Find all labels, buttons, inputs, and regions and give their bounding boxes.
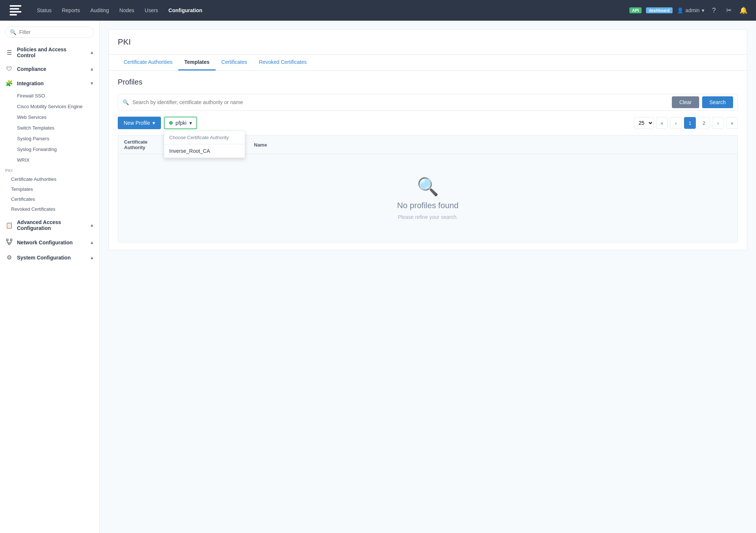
sidebar-item-cert-authorities[interactable]: Certificate Authorities (11, 174, 94, 184)
logo-icon (7, 4, 24, 17)
badge-dashboard[interactable]: dashboard (646, 7, 673, 13)
dropdown-header: Choose Certificate Authority (164, 131, 245, 144)
nav-configuration[interactable]: Configuration (164, 4, 207, 16)
integration-chevron-icon: ▼ (90, 81, 94, 86)
sidebar-item-system[interactable]: ⚙ System Configuration ▲ (0, 250, 99, 265)
pfpki-status-dot (169, 121, 173, 125)
sidebar-item-syslog-parsers[interactable]: Syslog Parsers (17, 133, 99, 144)
advanced-chevron-icon: ▲ (90, 223, 94, 228)
pagination-row: 25 « ‹ 1 2 › » (634, 117, 738, 129)
new-profile-dropdown-icon: ▾ (152, 120, 155, 126)
sidebar: 🔍 ☰ Policies and Access Control ▲ 🛡 Comp… (0, 21, 100, 533)
pagination-prev[interactable]: ‹ (670, 117, 682, 129)
nav-status[interactable]: Status (32, 4, 56, 16)
dropdown-item-inverse-root[interactable]: Inverse_Root_CA (164, 144, 245, 158)
sidebar-section-policies: ☰ Policies and Access Control ▲ (0, 43, 99, 62)
search-button[interactable]: Search (702, 96, 733, 108)
sidebar-pki-section: PKI Certificate Authorities Templates Ce… (0, 165, 99, 216)
logo-bar-2 (10, 8, 19, 10)
logo-bar-3 (10, 11, 21, 13)
integration-sub-items: Firewall SSO Cisco Mobility Services Eng… (0, 90, 99, 165)
policies-chevron-icon: ▲ (90, 50, 94, 55)
pagination-page1[interactable]: 1 (684, 117, 696, 129)
sidebar-label-advanced: Advanced Access Configuration (17, 219, 86, 231)
page-title: PKI (109, 30, 747, 55)
nav-reports[interactable]: Reports (58, 4, 85, 16)
sidebar-item-advanced[interactable]: 📋 Advanced Access Configuration ▲ (0, 216, 99, 235)
logo-bar-1 (10, 5, 21, 7)
nav-auditing[interactable]: Auditing (86, 4, 114, 16)
profiles-title: Profiles (118, 78, 738, 86)
sidebar-label-network: Network Configuration (17, 240, 86, 245)
tabs: Certificate Authorities Templates Certif… (109, 55, 747, 71)
col-name: Name (254, 142, 732, 148)
sidebar-item-templates[interactable]: Templates (11, 184, 94, 194)
settings-icon[interactable]: ✂ (724, 5, 734, 16)
main-content: PKI Certificate Authorities Templates Ce… (100, 21, 756, 533)
system-icon: ⚙ (5, 254, 13, 261)
top-nav: Status Reports Auditing Nodes Users Conf… (0, 0, 756, 21)
sidebar-section-integration: 🧩 Integration ▼ Firewall SSO Cisco Mobil… (0, 76, 99, 165)
sidebar-item-certificates[interactable]: Certificates (11, 194, 94, 204)
sidebar-filter: 🔍 (0, 27, 99, 43)
empty-search-icon: 🔍 (417, 176, 439, 197)
tab-templates[interactable]: Templates (178, 55, 215, 71)
empty-title: No profiles found (397, 201, 458, 210)
sidebar-section-compliance: 🛡 Compliance ▲ (0, 62, 99, 76)
system-chevron-icon: ▲ (90, 255, 94, 260)
search-bar-icon: 🔍 (123, 99, 129, 105)
sidebar-item-wrix[interactable]: WRIX (17, 155, 99, 165)
ca-dropdown-menu: Choose Certificate Authority Inverse_Roo… (164, 131, 245, 158)
sidebar-item-cisco[interactable]: Cisco Mobility Services Engine (17, 101, 99, 112)
pagination-next[interactable]: › (712, 117, 724, 129)
sidebar-label-compliance: Compliance (17, 66, 86, 72)
sidebar-item-firewall-sso[interactable]: Firewall SSO (17, 90, 99, 101)
pfpki-wrapper: pfpki ▾ Choose Certificate Authority Inv… (164, 117, 197, 129)
empty-state: 🔍 No profiles found Please refine your s… (118, 154, 738, 243)
pagination-first[interactable]: « (656, 117, 668, 129)
sidebar-item-web-services[interactable]: Web Services (17, 112, 99, 123)
network-icon (5, 238, 13, 247)
sidebar-item-network[interactable]: Network Configuration ▲ (0, 235, 99, 250)
col-name-label: Name (254, 142, 267, 148)
tab-certificates[interactable]: Certificates (216, 55, 253, 71)
pfpki-dropdown[interactable]: pfpki ▾ (164, 117, 197, 129)
policies-icon: ☰ (5, 49, 13, 56)
help-icon[interactable]: ? (709, 5, 719, 16)
badge-api[interactable]: API (629, 7, 641, 13)
admin-label: admin (685, 7, 700, 13)
logo[interactable] (7, 4, 24, 17)
action-row: New Profile ▾ pfpki ▾ Choose Certificate… (118, 117, 738, 129)
sidebar-section-advanced: 📋 Advanced Access Configuration ▲ (0, 216, 99, 235)
sidebar-item-compliance[interactable]: 🛡 Compliance ▲ (0, 62, 99, 76)
sidebar-item-syslog-forwarding[interactable]: Syslog Forwarding (17, 144, 99, 155)
search-input[interactable] (133, 99, 668, 105)
tab-revoked-certs[interactable]: Revoked Certificates (253, 55, 313, 71)
nav-users[interactable]: Users (140, 4, 163, 16)
filter-input[interactable] (19, 29, 89, 35)
filter-search-icon: 🔍 (10, 29, 16, 35)
sidebar-item-integration[interactable]: 🧩 Integration ▼ (0, 76, 99, 90)
search-bar: 🔍 Clear Search (118, 94, 738, 111)
profiles-section: Profiles 🔍 Clear Search New Profile ▾ (109, 71, 747, 250)
sidebar-section-network: Network Configuration ▲ (0, 235, 99, 250)
sidebar-label-system: System Configuration (17, 255, 86, 261)
logo-bars (10, 5, 21, 16)
page-size-select[interactable]: 25 (634, 117, 654, 129)
sidebar-item-revoked-certs[interactable]: Revoked Certificates (11, 204, 94, 214)
pagination-last[interactable]: » (726, 117, 738, 129)
sidebar-item-switch-templates[interactable]: Switch Templates (17, 123, 99, 133)
nav-nodes[interactable]: Nodes (115, 4, 138, 16)
tab-cert-authorities[interactable]: Certificate Authorities (118, 55, 178, 71)
pki-card: PKI Certificate Authorities Templates Ce… (109, 30, 747, 250)
sidebar-item-policies[interactable]: ☰ Policies and Access Control ▲ (0, 43, 99, 62)
admin-icon: 👤 (677, 7, 683, 13)
filter-input-wrapper[interactable]: 🔍 (5, 27, 94, 38)
clear-button[interactable]: Clear (672, 96, 699, 108)
admin-menu[interactable]: 👤 admin ▾ (677, 7, 704, 13)
pagination-page2[interactable]: 2 (698, 117, 710, 129)
new-profile-button[interactable]: New Profile ▾ (118, 117, 161, 129)
notifications-icon[interactable]: 🔔 (738, 5, 749, 16)
main-layout: 🔍 ☰ Policies and Access Control ▲ 🛡 Comp… (0, 21, 756, 533)
empty-sub: Please refine your search. (398, 214, 458, 220)
